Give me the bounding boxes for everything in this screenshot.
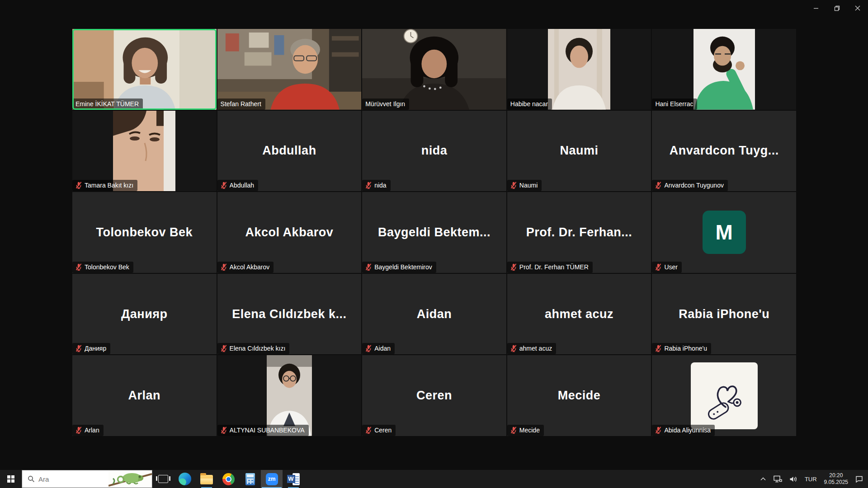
muted-mic-icon <box>221 427 227 434</box>
muted-mic-icon <box>75 263 82 271</box>
participant-name-label: Ceren <box>362 425 396 436</box>
participant-display-name: Elena Cıldızbek k... <box>217 274 362 355</box>
participant-name-label: Mecide <box>507 425 544 436</box>
participant-name-label: Abida Aliyunnisa <box>652 425 715 436</box>
participant-tile[interactable]: Abida Aliyunnisa <box>652 355 796 436</box>
participant-tile[interactable]: Habibe nacar <box>507 29 651 110</box>
participant-tile[interactable]: Anvardcon Tuyg... Anvardcon Tuygunov <box>652 111 796 192</box>
participant-display-name: nida <box>362 111 506 192</box>
muted-mic-icon <box>75 182 82 189</box>
chameleon-icon <box>108 470 152 488</box>
taskbar: zm W TUR 20:20 9.05.2025 <box>0 470 868 488</box>
participant-name: Stefan Rathert <box>221 100 261 108</box>
participant-name: Mürüvvet Ilgın <box>365 100 405 108</box>
network-button[interactable] <box>770 470 785 488</box>
participant-display-name: Akcol Akbarov <box>217 192 362 273</box>
start-button[interactable] <box>0 470 22 488</box>
participant-name-label: Tolonbekov Bek <box>72 262 133 273</box>
participant-tile[interactable]: Данияр Данияр <box>72 274 217 355</box>
muted-mic-icon <box>510 182 517 189</box>
windows-logo-icon <box>7 475 14 483</box>
restore-icon <box>834 5 840 11</box>
participant-display-name: Anvardcon Tuyg... <box>652 111 796 192</box>
tray-time: 20:20 <box>824 472 848 479</box>
participant-tile[interactable]: Aidan Aidan <box>362 274 506 355</box>
tile-content <box>72 29 217 110</box>
search-box[interactable] <box>22 470 152 488</box>
participant-name: Ceren <box>374 427 392 434</box>
participant-tile[interactable]: Stefan Rathert <box>217 29 362 110</box>
participant-tile[interactable]: Mecide Mecide <box>507 355 651 436</box>
volume-button[interactable] <box>786 470 801 488</box>
task-view-button[interactable] <box>152 470 174 488</box>
participant-display-name: Prof. Dr. Ferhan... <box>507 192 651 273</box>
participant-name: Baygeldi Bektemirov <box>374 263 432 271</box>
muted-mic-icon <box>655 182 661 189</box>
close-button[interactable] <box>847 0 868 16</box>
participant-name-label: Habibe nacar <box>507 99 552 110</box>
participant-tile[interactable]: Naumi Naumi <box>507 111 651 192</box>
participant-tile[interactable]: nida nida <box>362 111 506 192</box>
tile-content <box>362 29 506 110</box>
action-center-icon <box>855 475 863 483</box>
participant-name: Habibe nacar <box>510 100 548 108</box>
language-indicator[interactable]: TUR <box>802 470 820 488</box>
participant-tile[interactable]: ALTYNAI SUBANBEKOVA <box>217 355 362 436</box>
video-feed <box>267 355 312 436</box>
minimize-button[interactable] <box>806 0 826 16</box>
participant-name-label: Rabia iPhone'u <box>652 343 711 354</box>
muted-mic-icon <box>365 263 372 271</box>
app-chrome[interactable] <box>217 470 239 488</box>
app-word[interactable]: W <box>283 470 304 488</box>
tray-expand-button[interactable] <box>757 470 769 488</box>
participant-name-label: Stefan Rathert <box>217 99 265 110</box>
participant-tile[interactable]: Mürüvvet Ilgın <box>362 29 506 110</box>
app-file-explorer[interactable] <box>196 470 217 488</box>
participant-tile[interactable]: Elena Cıldızbek k... Elena Cıldızbek kız… <box>217 274 362 355</box>
ethernet-network-icon <box>774 475 782 483</box>
close-icon <box>855 5 860 11</box>
search-banner-art[interactable] <box>108 470 152 488</box>
participant-name: Abdullah <box>230 182 255 189</box>
muted-mic-icon <box>365 345 372 352</box>
tile-content <box>72 111 217 192</box>
clock[interactable]: 20:20 9.05.2025 <box>821 470 851 488</box>
participant-tile[interactable]: Abdullah Abdullah <box>217 111 362 192</box>
participant-tile[interactable]: Arlan Arlan <box>72 355 217 436</box>
word-icon: W <box>287 473 300 485</box>
participant-display-name: Arlan <box>72 355 217 436</box>
participant-tile[interactable]: Ceren Ceren <box>362 355 506 436</box>
participant-name: ahmet acuz <box>519 345 552 352</box>
app-edge[interactable] <box>174 470 196 488</box>
window-controls <box>806 0 868 16</box>
muted-mic-icon <box>655 345 661 352</box>
muted-mic-icon <box>75 427 82 434</box>
minimize-icon <box>813 5 819 11</box>
participant-name-label: Aidan <box>362 343 395 354</box>
participant-tile[interactable]: M User <box>652 192 796 273</box>
participant-tile[interactable]: Prof. Dr. Ferhan... Prof. Dr. Ferhan TÜM… <box>507 192 651 273</box>
participant-name: Anvardcon Tuygunov <box>664 182 724 189</box>
muted-mic-icon <box>75 345 82 352</box>
zoom-app-icon: zm <box>266 473 278 485</box>
participant-name-label: Akcol Akbarov <box>217 262 274 273</box>
participant-tile[interactable]: Tolonbekov Bek Tolonbekov Bek <box>72 192 217 273</box>
restore-button[interactable] <box>826 0 847 16</box>
edge-icon <box>179 473 191 485</box>
app-zoom[interactable]: zm <box>261 470 283 488</box>
participant-tile[interactable]: Akcol Akbarov Akcol Akbarov <box>217 192 362 273</box>
participant-tile[interactable]: Rabia iPhone'u Rabia iPhone'u <box>652 274 796 355</box>
participant-tile[interactable]: ahmet acuz ahmet acuz <box>507 274 651 355</box>
participant-name: Akcol Akbarov <box>230 263 270 271</box>
participant-name-label: ahmet acuz <box>507 343 556 354</box>
participant-name: Arlan <box>85 427 99 434</box>
participant-tile[interactable]: Hani Elserrac <box>652 29 796 110</box>
participant-tile[interactable]: Tamara Bakıt kızı <box>72 111 217 192</box>
participant-tile[interactable]: Emine İKİKAT TÜMER <box>72 29 217 110</box>
participant-tile[interactable]: Baygeldi Bektem... Baygeldi Bektemirov <box>362 192 506 273</box>
participant-display-name: Naumi <box>507 111 651 192</box>
action-center-button[interactable] <box>852 470 866 488</box>
participant-name: Tamara Bakıt kızı <box>85 182 133 189</box>
app-calculator[interactable] <box>239 470 261 488</box>
calculator-icon <box>245 473 255 485</box>
